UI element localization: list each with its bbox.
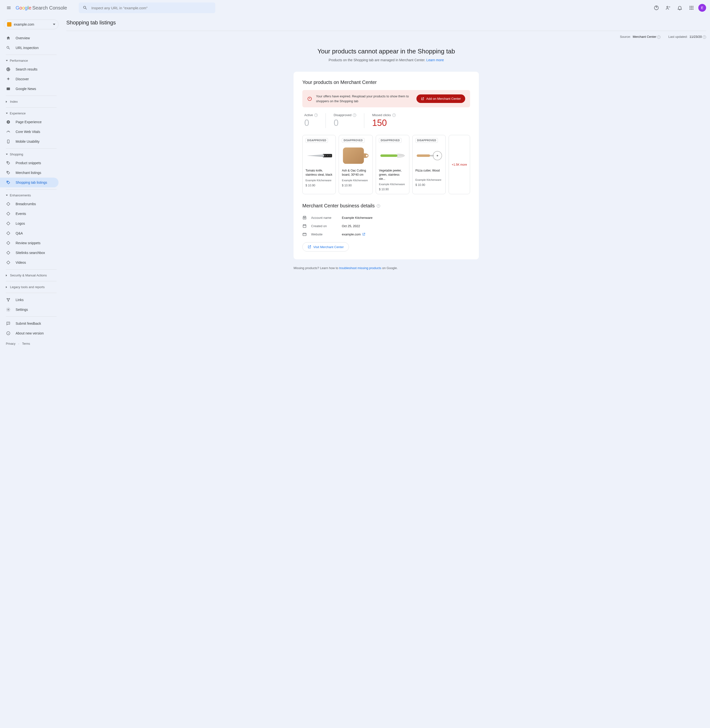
stat-active: Active? 0 (302, 113, 326, 128)
diamond-icon (6, 202, 11, 206)
sidebar-item-sitelinks[interactable]: Sitelinks searchbox (0, 248, 59, 257)
products-card: Your products on Merchant Center Your of… (293, 72, 479, 259)
main-content: Shopping tab listings Source: Merchant C… (62, 16, 710, 728)
svg-point-31 (366, 155, 368, 157)
product-image (305, 145, 333, 167)
sidebar-item-feedback[interactable]: Submit feedback (0, 319, 59, 328)
property-selector[interactable]: example.com (4, 19, 59, 29)
stat-disapproved: Disapproved? 0 (326, 113, 364, 128)
section-security[interactable]: Security & Manual Actions (0, 272, 62, 279)
url-inspect-search[interactable] (79, 3, 215, 13)
svg-point-27 (327, 155, 328, 156)
status-badge: DISAPPROVED (305, 138, 328, 143)
help-icon[interactable]: ? (703, 35, 706, 39)
stat-missed-clicks: Missed clicks? 150 (364, 113, 403, 128)
sidebar-item-links[interactable]: Links (0, 295, 59, 305)
svg-point-16 (7, 181, 8, 182)
help-icon[interactable]: ? (657, 35, 660, 39)
sidebar-item-page-experience[interactable]: Page Experience (0, 117, 59, 127)
card-title: Your products on Merchant Center (302, 79, 470, 85)
sidebar-item-merchant-listings[interactable]: Merchant listings (0, 168, 59, 178)
add-on-merchant-button[interactable]: Add on Merchant Center (417, 94, 465, 103)
section-performance[interactable]: Performance (0, 57, 62, 65)
footer-privacy-link[interactable]: Privacy (6, 342, 15, 346)
expired-alert: Your offers have expired. Reupload your … (302, 90, 470, 107)
property-icon (7, 22, 12, 26)
meta-row: Source: Merchant Center ? Last updated: … (66, 31, 706, 43)
svg-point-7 (692, 7, 694, 8)
product-card[interactable]: DISAPPROVED Tomato knife, stainless stea… (302, 135, 336, 194)
discover-icon (6, 77, 11, 81)
sidebar-item-overview[interactable]: Overview (0, 33, 59, 43)
menu-button[interactable] (4, 3, 14, 13)
status-badge: DISAPPROVED (415, 138, 438, 143)
svg-point-37 (437, 155, 438, 156)
diamond-icon (6, 250, 11, 255)
section-legacy[interactable]: Legacy tools and reports (0, 283, 62, 291)
product-image (342, 145, 370, 167)
footer-note: Missing products? Learn how to troublesh… (293, 266, 479, 270)
biz-row-website: Website example.com (302, 230, 470, 238)
search-input[interactable] (91, 6, 211, 10)
sidebar-item-cwv[interactable]: Core Web Vitals (0, 127, 59, 137)
footer-terms-link[interactable]: Terms (22, 342, 30, 346)
sidebar-item-mobile[interactable]: Mobile Usability (0, 137, 59, 146)
product-card[interactable]: DISAPPROVED Vegetable peeler, green, sta… (376, 135, 409, 194)
hero-title: Your products cannot appear in the Shopp… (66, 47, 706, 55)
svg-rect-32 (380, 154, 398, 157)
product-card[interactable]: DISAPPROVED Ash & Oac Cutting board, 30*… (339, 135, 373, 194)
users-button[interactable] (663, 3, 673, 13)
hamburger-icon (6, 5, 11, 10)
section-shopping[interactable]: Shopping (0, 150, 62, 158)
sidebar-item-discover[interactable]: Discover (0, 74, 59, 84)
troubleshoot-link[interactable]: troubleshoot missing products (339, 266, 381, 270)
svg-rect-11 (7, 88, 10, 90)
svg-rect-34 (417, 154, 430, 157)
biz-row-account: Account name Example Kitchenware (302, 213, 470, 222)
info-icon (6, 331, 11, 335)
section-enhancements[interactable]: Enhancements (0, 191, 62, 199)
help-icon[interactable]: ? (353, 113, 356, 117)
sidebar-item-product-snippets[interactable]: Product snippets (0, 158, 59, 168)
gear-icon (6, 307, 11, 312)
sidebar-item-logos[interactable]: Logos (0, 219, 59, 228)
svg-point-14 (7, 162, 8, 162)
calendar-icon (302, 224, 307, 228)
sidebar-item-events[interactable]: Events (0, 209, 59, 219)
account-avatar[interactable]: E (698, 4, 706, 12)
sidebar-item-shopping-tab[interactable]: Shopping tab listings (0, 178, 59, 187)
sidebar-item-url-inspection[interactable]: URL inspection (0, 43, 59, 53)
divider (6, 54, 57, 55)
notifications-button[interactable] (675, 3, 685, 13)
open-external-icon (307, 245, 311, 249)
help-button[interactable] (651, 3, 661, 13)
svg-point-1 (667, 6, 668, 7)
section-experience[interactable]: Experience (0, 110, 62, 117)
diamond-icon (6, 221, 11, 226)
learn-more-link[interactable]: Learn more (427, 58, 444, 62)
sidebar-item-google-news[interactable]: Google News (0, 84, 59, 94)
website-link[interactable]: example.com (342, 232, 365, 236)
bell-icon (677, 5, 682, 10)
help-icon[interactable]: ? (392, 113, 396, 117)
sidebar-item-settings[interactable]: Settings (0, 305, 59, 315)
more-products-link[interactable]: +1.5K more (449, 135, 470, 194)
apps-button[interactable] (687, 3, 696, 13)
svg-point-8 (689, 9, 691, 10)
sidebar-item-review-snippets[interactable]: Review snippets (0, 238, 59, 248)
help-icon (654, 5, 659, 10)
section-index[interactable]: Index (0, 98, 62, 105)
links-icon (6, 298, 11, 302)
sidebar-item-qa[interactable]: Q&A (0, 228, 59, 238)
logo-text: Search Console (32, 5, 67, 11)
help-icon[interactable]: ? (377, 204, 380, 207)
sidebar-item-breadcrumbs[interactable]: Breadcrumbs (0, 199, 59, 209)
sidebar-item-about[interactable]: About new version (0, 328, 59, 338)
divider (6, 189, 57, 190)
search-icon (6, 46, 11, 50)
sidebar-item-search-results[interactable]: Search results (0, 65, 59, 74)
visit-merchant-button[interactable]: Visit Merchant Center (302, 242, 349, 251)
sidebar-item-videos[interactable]: Videos (0, 257, 59, 268)
product-card[interactable]: DISAPPROVED Pizza cutter, Wood Example K… (412, 135, 446, 194)
help-icon[interactable]: ? (314, 113, 318, 117)
